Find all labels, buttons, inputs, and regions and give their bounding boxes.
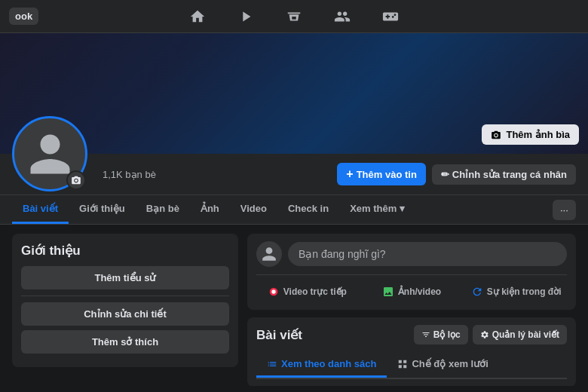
photo-video-button[interactable]: Ảnh/video [361, 281, 463, 302]
add-to-story-button[interactable]: + Thêm vào tin [337, 163, 426, 185]
nav-groups-icon[interactable] [326, 3, 359, 30]
tabs-more-button[interactable]: ··· [553, 200, 576, 220]
tab-posts[interactable]: Bài viết [12, 195, 69, 224]
tab-friends[interactable]: Bạn bè [136, 195, 190, 224]
composer-actions: Video trực tiếp Ảnh/video Sự kiện trong … [256, 274, 567, 302]
intro-card: Giới thiệu Thêm tiểu sử Chỉnh sửa chi ti… [12, 234, 238, 367]
filter-button[interactable]: Bộ lọc [414, 325, 468, 345]
edit-details-button[interactable]: Chỉnh sửa chi tiết [21, 302, 229, 326]
edit-profile-button[interactable]: ✏ Chỉnh sửa trang cá nhân [432, 164, 576, 185]
nav-watch-icon[interactable] [229, 3, 262, 30]
post-input[interactable]: Bạn đang nghĩ gì? [288, 242, 567, 266]
posts-section: Bài viết Bộ lọc Quản lý bài viết Xem the… [247, 317, 576, 386]
post-composer: Bạn đang nghĩ gì? Video trực tiếp Ảnh/vi… [247, 234, 576, 310]
plus-icon: + [346, 167, 353, 181]
tab-photos[interactable]: Ảnh [190, 195, 230, 224]
tab-more[interactable]: Xem thêm ▾ [339, 195, 415, 224]
add-bio-button[interactable]: Thêm tiểu sử [21, 266, 229, 289]
tab-checkin[interactable]: Check in [277, 195, 339, 224]
cover-photo: Thêm ảnh bìa [0, 33, 588, 154]
manage-posts-button[interactable]: Quản lý bài viết [473, 325, 567, 345]
profile-actions: + Thêm vào tin ✏ Chỉnh sửa trang cá nhân [337, 163, 576, 185]
change-avatar-button[interactable] [66, 170, 86, 190]
profile-avatar-wrap [12, 116, 87, 191]
composer-avatar [256, 241, 282, 267]
nav-marketplace-icon[interactable] [277, 3, 311, 30]
right-column: Bạn đang nghĩ gì? Video trực tiếp Ảnh/vi… [247, 234, 576, 377]
profile-section: 1,1K bạn bè + Thêm vào tin ✏ Chỉnh sửa t… [0, 154, 588, 195]
intro-title: Giới thiệu [21, 243, 229, 259]
left-column: Giới thiệu Thêm tiểu sử Chỉnh sửa chi ti… [12, 234, 238, 377]
svg-point-1 [271, 289, 275, 293]
posts-header-actions: Bộ lọc Quản lý bài viết [414, 325, 567, 345]
top-nav: ook [0, 0, 588, 33]
posts-header-top: Bài viết Bộ lọc Quản lý bài viết [256, 325, 567, 345]
nav-gaming-icon[interactable] [374, 3, 407, 30]
nav-home-icon[interactable] [181, 3, 214, 30]
intro-divider [21, 296, 229, 296]
tab-intro[interactable]: Giới thiệu [69, 195, 136, 224]
posts-view-tabs: Xem theo danh sách Chế độ xem lưới [256, 352, 567, 379]
nav-icons [181, 3, 407, 30]
main-content: Giới thiệu Thêm tiểu sử Chỉnh sửa chi ti… [0, 225, 588, 386]
add-cover-button[interactable]: Thêm ảnh bìa [482, 124, 579, 145]
composer-top: Bạn đang nghĩ gì? [256, 241, 567, 267]
nav-logo: ook [9, 8, 38, 25]
profile-info: 1,1K bạn bè + Thêm vào tin ✏ Chỉnh sửa t… [12, 154, 576, 185]
add-hobbies-button[interactable]: Thêm sở thích [21, 330, 229, 354]
live-video-button[interactable]: Video trực tiếp [256, 281, 358, 302]
posts-title: Bài viết [256, 327, 302, 343]
list-view-tab[interactable]: Xem theo danh sách [256, 352, 387, 378]
life-event-button[interactable]: Sự kiện trong đời [465, 281, 567, 302]
pencil-icon: ✏ [441, 169, 449, 180]
grid-view-tab[interactable]: Chế độ xem lưới [387, 352, 498, 378]
friends-count: 1,1K bạn bè [103, 169, 156, 180]
tab-videos[interactable]: Video [230, 195, 277, 224]
profile-tabs: Bài viết Giới thiệu Bạn bè Ảnh Video Che… [0, 195, 588, 225]
